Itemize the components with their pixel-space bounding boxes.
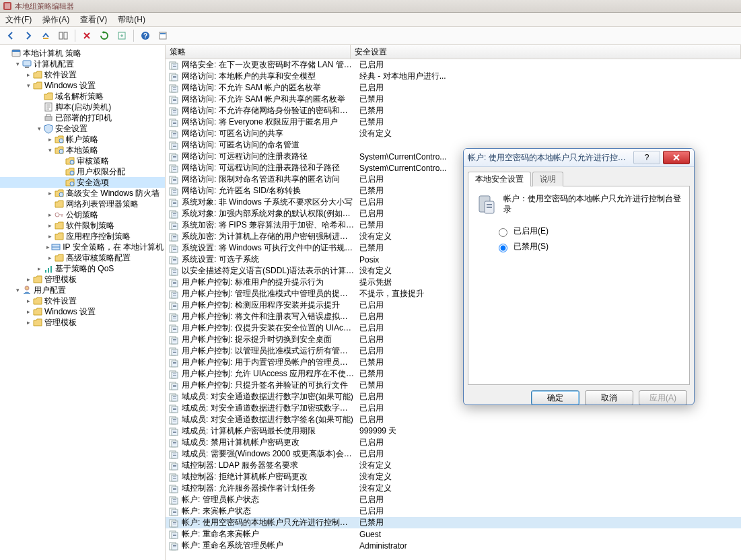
tree-twisty-icon[interactable]	[57, 157, 65, 165]
tree-twisty-icon[interactable]: ▾	[46, 146, 54, 154]
policy-row[interactable]: 网络访问: 不允许 SAM 帐户的匿名枚举已启用	[166, 82, 741, 94]
tree-node[interactable]: ▾计算机配置	[0, 59, 165, 69]
tree-twisty-icon[interactable]: ▸	[46, 232, 54, 240]
tree-node[interactable]: ▾安全设置	[0, 123, 165, 134]
dialog-titlebar[interactable]: 帐户: 使用空密码的本地帐户只允许进行控制台登录 属性 ?	[464, 149, 694, 167]
menu-view[interactable]: 查看(V)	[75, 13, 112, 26]
policy-row[interactable]: 网络访问: 不允许存储网络身份验证的密码和凭据已禁用	[166, 105, 741, 116]
policy-row[interactable]: 帐户: 管理员帐户状态已启用	[166, 494, 741, 505]
tree-twisty-icon[interactable]: ▸	[24, 71, 32, 79]
export-button[interactable]	[114, 28, 130, 44]
policy-row[interactable]: 域成员: 对安全通道数据进行数字签名(如果可能)已启用	[166, 414, 741, 425]
tree-twisty-icon[interactable]: ▸	[46, 189, 54, 197]
policy-row[interactable]: 网络安全: 在下一次更改密码时不存储 LAN 管理器哈希值已启用	[166, 59, 741, 71]
tab-explain[interactable]: 说明	[532, 172, 563, 186]
menu-file[interactable]: 文件(F)	[0, 13, 37, 26]
policy-row[interactable]: 网络访问: 将 Everyone 权限应用于匿名用户已禁用	[166, 116, 741, 128]
tree-twisty-icon[interactable]	[35, 103, 43, 111]
tree-node[interactable]: ▸软件限制策略	[0, 220, 165, 231]
tree-node[interactable]: 已部署的打印机	[0, 112, 165, 123]
tree-twisty-icon[interactable]: ▸	[24, 318, 32, 326]
tree-twisty-icon[interactable]: ▾	[35, 125, 43, 133]
tab-local-security[interactable]: 本地安全设置	[468, 172, 531, 186]
tree-twisty-icon[interactable]: ▸	[46, 221, 54, 230]
tree-twisty-icon[interactable]: ▸	[46, 254, 54, 262]
policy-row[interactable]: 帐户: 使用空密码的本地帐户只允许进行控制台登录已禁用	[166, 517, 741, 528]
tree-twisty-icon[interactable]: ▾	[13, 286, 22, 294]
tree-twisty-icon[interactable]	[57, 168, 65, 176]
tree-node[interactable]: ▸基于策略的 QoS	[0, 263, 165, 274]
cancel-button[interactable]: 取消	[585, 390, 633, 405]
tree-node[interactable]: ▾用户配置	[0, 285, 165, 295]
tree-twisty-icon[interactable]: ▾	[13, 60, 22, 68]
delete-button[interactable]	[79, 28, 95, 44]
policy-row[interactable]: 网络访问: 可匿名访问的共享没有定义	[166, 128, 741, 139]
tree-node[interactable]: ▸软件设置	[0, 295, 165, 306]
dialog-help-button[interactable]: ?	[633, 151, 660, 164]
radio-disabled-input[interactable]	[499, 244, 507, 252]
tree-node[interactable]: ▸管理模板	[0, 274, 165, 285]
apply-button[interactable]: 应用(A)	[639, 390, 687, 405]
properties-button[interactable]	[155, 28, 171, 44]
tree-node[interactable]: 域名解析策略	[0, 91, 165, 102]
menu-action[interactable]: 操作(A)	[37, 13, 75, 26]
policy-row[interactable]: 域控制器: 允许服务器操作者计划任务没有定义	[166, 483, 741, 494]
show-hide-tree-button[interactable]	[55, 28, 71, 44]
tree-twisty-icon[interactable]	[3, 49, 11, 57]
tree-node[interactable]: ▸应用程序控制策略	[0, 231, 165, 242]
tree-twisty-icon[interactable]: ▸	[46, 135, 54, 143]
tree-twisty-icon[interactable]: ▸	[35, 265, 43, 273]
tree-node[interactable]: ▸软件设置	[0, 69, 165, 80]
policy-row[interactable]: 域成员: 需要强(Windows 2000 或更高版本)会话密钥已启用	[166, 448, 741, 460]
radio-disabled[interactable]: 已禁用(S)	[495, 241, 682, 252]
tree-node[interactable]: 本地计算机 策略	[0, 48, 165, 59]
tree-twisty-icon[interactable]	[57, 178, 65, 186]
tree-node[interactable]: ▸管理模板	[0, 317, 165, 328]
tree-twisty-icon[interactable]	[46, 200, 54, 208]
tree-node[interactable]: ▸高级安全 Windows 防火墙	[0, 188, 165, 199]
policy-row[interactable]: 网络访问: 不允许 SAM 帐户和共享的匿名枚举已禁用	[166, 94, 741, 105]
policy-row[interactable]: 帐户: 来宾帐户状态已启用	[166, 505, 741, 517]
menu-help[interactable]: 帮助(H)	[112, 13, 151, 26]
tree-node[interactable]: ▸帐户策略	[0, 134, 165, 145]
up-button[interactable]	[38, 28, 54, 44]
policy-row[interactable]: 网络访问: 本地帐户的共享和安全模型经典 - 对本地用户进行...	[166, 71, 741, 82]
policy-row[interactable]: 域成员: 计算机帐户密码最长使用期限999999 天	[166, 425, 741, 437]
tree-twisty-icon[interactable]: ▸	[46, 243, 50, 251]
radio-enabled[interactable]: 已启用(E)	[495, 225, 682, 237]
policy-row[interactable]: 帐户: 重命名来宾帐户Guest	[166, 528, 741, 540]
tree-twisty-icon[interactable]	[35, 114, 43, 122]
forward-button[interactable]	[20, 28, 36, 44]
tree-node[interactable]: ▸高级审核策略配置	[0, 252, 165, 263]
policy-row[interactable]: 域控制器: 拒绝计算机帐户密码更改没有定义	[166, 471, 741, 483]
radio-enabled-input[interactable]	[499, 228, 507, 237]
tree-node[interactable]: 网络列表管理器策略	[0, 199, 165, 209]
tree-node[interactable]: ▸IP 安全策略，在 本地计算机	[0, 242, 165, 252]
back-button[interactable]	[3, 28, 19, 44]
tree-twisty-icon[interactable]: ▸	[24, 308, 32, 316]
tree-twisty-icon[interactable]: ▸	[24, 275, 32, 283]
tree-twisty-icon[interactable]: ▸	[24, 297, 32, 305]
tree-node[interactable]: ▸Windows 设置	[0, 306, 165, 317]
tree-node[interactable]: ▾本地策略	[0, 145, 165, 155]
tree-twisty-icon[interactable]: ▸	[46, 211, 54, 219]
refresh-button[interactable]	[96, 28, 112, 44]
column-policy[interactable]: 策略	[166, 45, 351, 59]
help-button[interactable]: ?	[137, 28, 153, 44]
column-setting[interactable]: 安全设置	[351, 45, 741, 59]
tree-twisty-icon[interactable]: ▾	[24, 81, 32, 90]
ok-button[interactable]: 确定	[531, 390, 579, 405]
tree-node[interactable]: 脚本(启动/关机)	[0, 102, 165, 112]
tree-node[interactable]: 用户权限分配	[0, 166, 165, 177]
policy-row[interactable]: 域控制器: LDAP 服务器签名要求没有定义	[166, 460, 741, 471]
nav-tree[interactable]: 本地计算机 策略▾计算机配置▸软件设置▾Windows 设置域名解析策略脚本(启…	[0, 45, 166, 560]
policy-row[interactable]: 帐户: 重命名系统管理员帐户Administrator	[166, 540, 741, 551]
tree-node[interactable]: ▾Windows 设置	[0, 80, 165, 91]
tree-node[interactable]: 安全选项	[0, 177, 165, 188]
dialog-close-button[interactable]	[663, 151, 690, 164]
policy-row[interactable]: 域成员: 禁用计算机帐户密码更改已启用	[166, 437, 741, 448]
column-headers[interactable]: 策略 安全设置	[166, 45, 741, 59]
tree-twisty-icon[interactable]	[35, 92, 43, 100]
tree-node[interactable]: 审核策略	[0, 155, 165, 166]
tree-node[interactable]: ▸公钥策略	[0, 209, 165, 220]
